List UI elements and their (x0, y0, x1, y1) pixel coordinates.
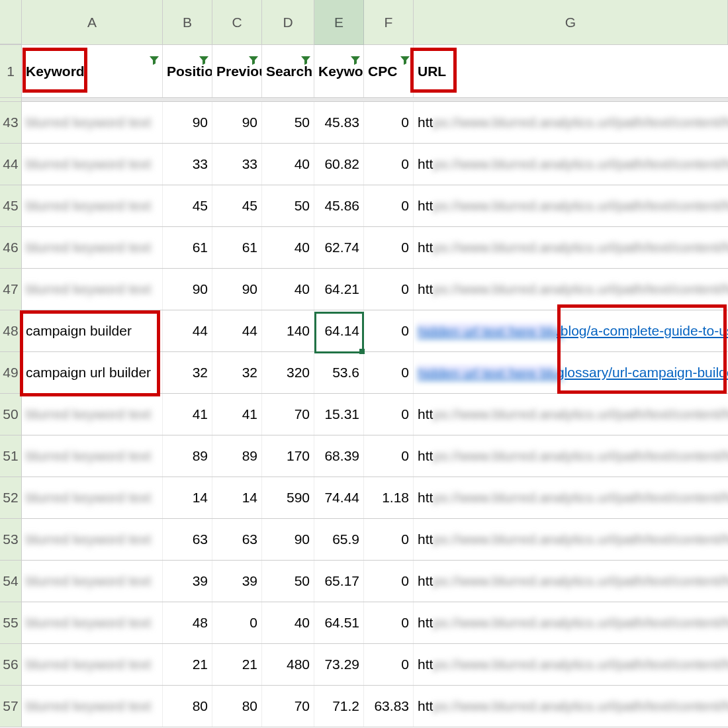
cell-url[interactable]: https://www.blurred.analytics.url/path/t… (414, 185, 728, 226)
cell-url[interactable]: https://www.blurred.analytics.url/path/t… (414, 435, 728, 477)
cell-url[interactable]: hidden url text here blurglossary/url-ca… (414, 352, 728, 393)
cell-url[interactable]: https://www.blurred.analytics.url/path/t… (414, 269, 728, 310)
cell-position[interactable]: 61 (163, 227, 212, 268)
cell-url[interactable]: hidden url text here blur/blog/a-complet… (414, 310, 728, 351)
cell-kd[interactable]: 65.17 (314, 561, 364, 602)
row-num[interactable]: 53 (0, 519, 22, 560)
cell-kd[interactable]: 15.31 (314, 394, 364, 435)
cell-url[interactable]: https://www.blurred.analytics.url/path/t… (414, 686, 728, 727)
cell-url[interactable]: https://www.blurred.analytics.url/path/t… (414, 602, 728, 643)
cell-previous[interactable]: 39 (212, 561, 262, 602)
cell-position[interactable]: 45 (163, 185, 212, 226)
cell-previous[interactable]: 80 (212, 686, 262, 727)
cell-kd[interactable]: 64.14 (314, 310, 364, 351)
cell-previous[interactable]: 32 (212, 352, 262, 393)
cell-previous[interactable]: 45 (212, 185, 262, 226)
row-num[interactable]: 44 (0, 144, 22, 185)
header-keyworddiff[interactable]: Keywor (314, 45, 364, 97)
filter-icon[interactable] (248, 53, 259, 64)
cell-keyword[interactable]: blurred keyword text (22, 269, 163, 310)
cell-keyword[interactable]: blurred keyword text (22, 227, 163, 268)
cell-kd[interactable]: 64.21 (314, 269, 364, 310)
row-num[interactable]: 46 (0, 227, 22, 268)
cell-previous[interactable]: 61 (212, 227, 262, 268)
cell-position[interactable]: 21 (163, 644, 212, 685)
cell-cpc[interactable]: 0 (364, 227, 414, 268)
cell-position[interactable]: 63 (163, 519, 212, 560)
cell-cpc[interactable]: 0 (364, 519, 414, 560)
cell-keyword[interactable]: blurred keyword text (22, 561, 163, 602)
cell-search[interactable]: 590 (262, 477, 314, 518)
row-num[interactable]: 1 (0, 45, 22, 97)
cell-cpc[interactable]: 0 (364, 435, 414, 477)
cell-cpc[interactable]: 0 (364, 185, 414, 226)
cell-cpc[interactable]: 0 (364, 102, 414, 143)
filter-icon[interactable] (300, 53, 311, 64)
cell-cpc[interactable]: 0 (364, 269, 414, 310)
cell-search[interactable]: 40 (262, 602, 314, 643)
cell-search[interactable]: 40 (262, 227, 314, 268)
col-A[interactable]: A (22, 0, 163, 44)
header-keyword[interactable]: Keyword (22, 45, 163, 97)
cell-kd[interactable]: 60.82 (314, 144, 364, 185)
cell-search[interactable]: 50 (262, 102, 314, 143)
cell-position[interactable]: 44 (163, 310, 212, 351)
cell-position[interactable]: 39 (163, 561, 212, 602)
cell-cpc[interactable]: 63.83 (364, 686, 414, 727)
cell-search[interactable]: 480 (262, 644, 314, 685)
cell-previous[interactable]: 41 (212, 394, 262, 435)
cell-cpc[interactable]: 0 (364, 644, 414, 685)
filter-icon[interactable] (149, 53, 159, 64)
cell-search[interactable]: 70 (262, 394, 314, 435)
cell-previous[interactable]: 89 (212, 435, 262, 477)
cell-search[interactable]: 320 (262, 352, 314, 393)
cell-kd[interactable]: 45.83 (314, 102, 364, 143)
cell-url[interactable]: https://www.blurred.analytics.url/path/t… (414, 561, 728, 602)
cell-previous[interactable]: 63 (212, 519, 262, 560)
cell-search[interactable]: 50 (262, 561, 314, 602)
filter-icon[interactable] (400, 53, 410, 64)
cell-kd[interactable]: 62.74 (314, 227, 364, 268)
cell-previous[interactable]: 0 (212, 602, 262, 643)
cell-keyword[interactable]: blurred keyword text (22, 644, 163, 685)
cell-url[interactable]: https://www.blurred.analytics.url/path/t… (414, 477, 728, 518)
cell-kd[interactable]: 74.44 (314, 477, 364, 518)
cell-position[interactable]: 32 (163, 352, 212, 393)
cell-keyword[interactable]: campaign builder (22, 310, 163, 351)
cell-cpc[interactable]: 0 (364, 352, 414, 393)
col-E[interactable]: E (314, 0, 364, 44)
cell-search[interactable]: 90 (262, 519, 314, 560)
cell-url[interactable]: https://www.blurred.analytics.url/path/t… (414, 394, 728, 435)
cell-keyword[interactable]: blurred keyword text (22, 144, 163, 185)
cell-search[interactable]: 140 (262, 310, 314, 351)
filter-icon[interactable] (199, 53, 209, 64)
cell-kd[interactable]: 71.2 (314, 686, 364, 727)
col-G[interactable]: G (414, 0, 728, 44)
cell-url[interactable]: https://www.blurred.analytics.url/path/t… (414, 102, 728, 143)
cell-search[interactable]: 170 (262, 435, 314, 477)
cell-cpc[interactable]: 0 (364, 561, 414, 602)
cell-kd[interactable]: 45.86 (314, 185, 364, 226)
cell-keyword[interactable]: blurred keyword text (22, 394, 163, 435)
cell-search[interactable]: 70 (262, 686, 314, 727)
cell-previous[interactable]: 21 (212, 644, 262, 685)
cell-keyword[interactable]: blurred keyword text (22, 185, 163, 226)
row-num[interactable]: 43 (0, 102, 22, 143)
row-num[interactable]: 55 (0, 602, 22, 643)
cell-previous[interactable]: 33 (212, 144, 262, 185)
cell-cpc[interactable]: 0 (364, 144, 414, 185)
cell-position[interactable]: 89 (163, 435, 212, 477)
corner-cell[interactable] (0, 0, 22, 44)
row-num[interactable]: 57 (0, 686, 22, 727)
cell-url[interactable]: https://www.blurred.analytics.url/path/t… (414, 644, 728, 685)
cell-kd[interactable]: 64.51 (314, 602, 364, 643)
cell-position[interactable]: 90 (163, 269, 212, 310)
cell-kd[interactable]: 53.6 (314, 352, 364, 393)
header-previous[interactable]: Previou (212, 45, 262, 97)
cell-url[interactable]: https://www.blurred.analytics.url/path/t… (414, 519, 728, 560)
col-F[interactable]: F (364, 0, 414, 44)
cell-keyword[interactable]: blurred keyword text (22, 602, 163, 643)
cell-search[interactable]: 40 (262, 144, 314, 185)
row-num[interactable]: 45 (0, 185, 22, 226)
row-num[interactable]: 47 (0, 269, 22, 310)
